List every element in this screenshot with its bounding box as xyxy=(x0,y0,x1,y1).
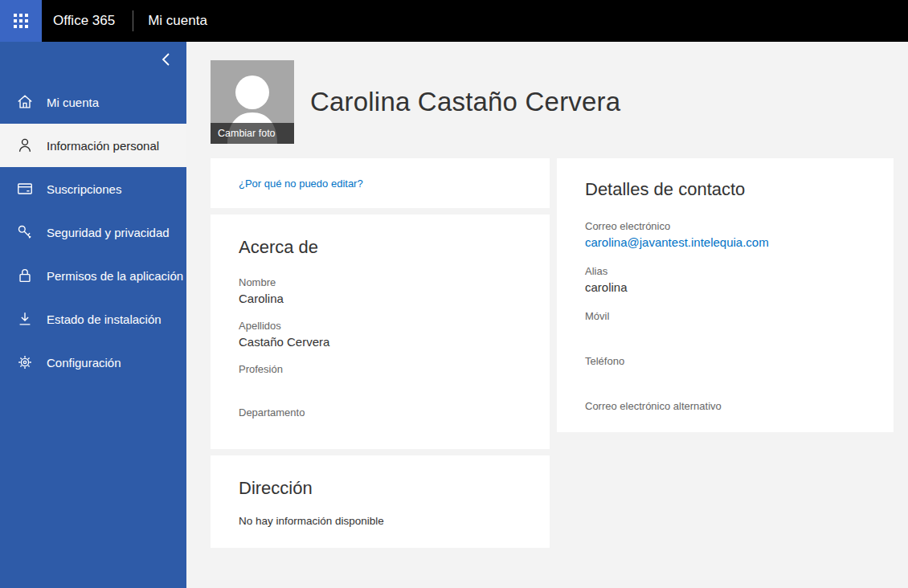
about-card: Acerca de Nombre Carolina Apellidos Cast… xyxy=(211,214,550,449)
field-value: Castaño Cervera xyxy=(239,333,521,350)
field-alias: Alias carolina xyxy=(585,264,865,296)
field-nombre: Nombre Carolina xyxy=(239,276,521,307)
field-value xyxy=(585,414,865,431)
sidebar-item-configuracion[interactable]: Configuración xyxy=(0,341,186,384)
chevron-left-icon[interactable] xyxy=(161,52,170,67)
profile-photo[interactable]: Cambiar foto xyxy=(211,60,294,144)
field-value xyxy=(239,377,521,394)
sidebar-item-suscripciones[interactable]: Suscripciones xyxy=(0,167,186,210)
edit-help-card: ¿Por qué no puedo editar? xyxy=(211,158,550,208)
sidebar-item-label: Seguridad y privacidad xyxy=(47,226,170,239)
address-card-title: Dirección xyxy=(239,478,521,499)
contact-details-card: Detalles de contacto Correo electrónico … xyxy=(557,158,894,432)
sidebar-item-mi-cuenta[interactable]: Mi cuenta xyxy=(0,80,186,124)
credit-card-icon xyxy=(16,180,34,198)
lock-icon xyxy=(16,267,34,284)
email-link[interactable]: carolina@javantest.intelequia.com xyxy=(585,234,865,251)
field-value xyxy=(585,369,865,386)
profile-header: Cambiar foto Carolina Castaño Cervera xyxy=(211,60,894,144)
download-icon xyxy=(16,310,34,328)
field-label: Profesión xyxy=(239,362,521,376)
home-icon xyxy=(16,93,34,111)
sidebar-item-label: Estado de instalación xyxy=(47,312,162,326)
top-bar: Office 365 Mi cuenta xyxy=(0,0,908,42)
right-column: Detalles de contacto Correo electrónico … xyxy=(557,158,894,439)
main-content: Cambiar foto Carolina Castaño Cervera ¿P… xyxy=(186,42,908,588)
gear-icon xyxy=(16,353,34,371)
person-icon xyxy=(16,137,34,154)
field-value: Carolina xyxy=(239,290,521,307)
contact-card-title: Detalles de contacto xyxy=(585,179,865,200)
sidebar-item-permisos[interactable]: Permisos de la aplicación xyxy=(0,254,186,297)
sidebar-item-seguridad[interactable]: Seguridad y privacidad xyxy=(0,210,186,254)
field-departamento: Departamento xyxy=(239,406,521,437)
field-correo-alternativo: Correo electrónico alternativo xyxy=(585,399,865,431)
field-label: Departamento xyxy=(239,406,521,419)
field-value xyxy=(585,324,865,341)
address-empty-message: No hay información disponible xyxy=(239,515,521,527)
sidebar-item-label: Información personal xyxy=(47,139,159,153)
app-launcher-button[interactable] xyxy=(0,0,42,42)
field-telefono: Teléfono xyxy=(585,354,865,386)
sidebar-item-informacion-personal[interactable]: Información personal xyxy=(0,124,186,167)
field-movil: Móvil xyxy=(585,309,865,341)
field-correo-electronico: Correo electrónico carolina@javantest.in… xyxy=(585,219,865,251)
my-account-page: Office 365 Mi cuenta Mi cuenta Informaci… xyxy=(0,0,908,588)
sidebar-item-label: Configuración xyxy=(47,356,121,370)
about-card-title: Acerca de xyxy=(239,237,521,258)
field-label: Correo electrónico xyxy=(585,219,865,233)
sidebar-nav: Mi cuenta Información personal Suscripci… xyxy=(0,80,186,384)
field-label: Móvil xyxy=(585,309,865,323)
contact-fields: Correo electrónico carolina@javantest.in… xyxy=(585,219,865,431)
key-icon xyxy=(16,223,34,241)
field-label: Nombre xyxy=(239,276,521,289)
field-label: Apellidos xyxy=(239,319,521,333)
address-card: Dirección No hay información disponible xyxy=(211,455,550,548)
why-cant-edit-link[interactable]: ¿Por qué no puedo editar? xyxy=(239,178,363,190)
left-column: ¿Por qué no puedo editar? Acerca de Nomb… xyxy=(211,158,550,554)
sidebar-item-label: Mi cuenta xyxy=(47,96,99,109)
field-apellidos: Apellidos Castaño Cervera xyxy=(239,319,521,350)
app-launcher-icon xyxy=(14,14,28,28)
cards-area: ¿Por qué no puedo editar? Acerca de Nomb… xyxy=(211,158,894,554)
field-label: Teléfono xyxy=(585,354,865,368)
user-name-heading: Carolina Castaño Cervera xyxy=(310,87,620,117)
about-fields: Nombre Carolina Apellidos Castaño Cerver… xyxy=(239,276,521,437)
sidebar: Mi cuenta Información personal Suscripci… xyxy=(0,42,186,588)
field-label: Correo electrónico alternativo xyxy=(585,399,865,413)
field-profesion: Profesión xyxy=(239,362,521,394)
field-value: carolina xyxy=(585,279,865,296)
page-title: Mi cuenta xyxy=(133,0,207,42)
change-photo-button[interactable]: Cambiar foto xyxy=(211,123,294,144)
sidebar-item-label: Permisos de la aplicación xyxy=(47,269,183,283)
sidebar-item-label: Suscripciones xyxy=(47,182,121,196)
sidebar-collapse-row xyxy=(0,42,186,77)
field-value xyxy=(239,420,521,437)
office365-brand-link[interactable]: Office 365 xyxy=(42,0,133,42)
sidebar-item-estado-instalacion[interactable]: Estado de instalación xyxy=(0,297,186,341)
field-label: Alias xyxy=(585,264,865,278)
